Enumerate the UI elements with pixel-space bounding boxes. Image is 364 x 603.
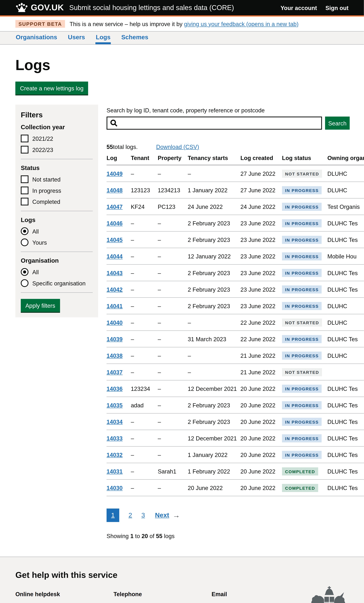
radio-org-specific[interactable]	[21, 279, 28, 287]
col-property: Property	[158, 155, 188, 165]
cell-owning-organisation: DLUHC	[327, 298, 364, 314]
cell-owning-organisation: DLUHC	[327, 165, 364, 182]
nav-item-users[interactable]: Users	[68, 32, 85, 44]
log-id-link[interactable]: 14032	[107, 452, 123, 458]
radio-option-org-specific[interactable]: Specific organisation	[21, 279, 93, 287]
cell-log-created: 22 June 2022	[240, 314, 282, 331]
status-badge: IN PROGRESS	[282, 434, 322, 442]
helpdesk-heading: Online helpdesk	[15, 591, 113, 597]
radio-org-all[interactable]	[21, 268, 28, 276]
search-label: Search by log ID, tenant code, property …	[107, 107, 364, 114]
radio-option-logs-yours[interactable]: Yours	[21, 239, 93, 246]
status-badge: COMPLETED	[282, 467, 318, 475]
log-id-link[interactable]: 14040	[107, 319, 123, 326]
apply-filters-button[interactable]: Apply filters	[21, 299, 60, 312]
checkbox-in-progress[interactable]	[21, 186, 28, 194]
pagination-page-3[interactable]: 3	[141, 511, 145, 519]
table-row: 14041––2 February 202323 June 2022IN PRO…	[107, 298, 364, 314]
cell-log-created: 23 June 2022	[240, 248, 282, 265]
cell-tenancy-starts: 31 March 2023	[188, 331, 240, 347]
filters-heading: Filters	[21, 111, 93, 119]
table-row: 14034––2 February 202320 June 2022IN PRO…	[107, 413, 364, 430]
pagination-next[interactable]: Next	[155, 511, 169, 519]
log-id-link[interactable]: 14035	[107, 402, 123, 409]
cell-log-created: 20 June 2022	[240, 463, 282, 480]
status-badge: IN PROGRESS	[282, 335, 322, 343]
radio-logs-yours[interactable]	[21, 239, 28, 246]
download-csv-link[interactable]: Download (CSV)	[156, 143, 199, 150]
search-input[interactable]	[107, 117, 322, 130]
cell-log-created: 20 June 2022	[240, 413, 282, 430]
log-id-link[interactable]: 14047	[107, 204, 123, 210]
cell-tenant: –	[131, 281, 158, 298]
checkbox-2021-22[interactable]	[21, 135, 28, 142]
create-lettings-log-button[interactable]: Create a new lettings log	[15, 81, 88, 95]
cell-tenant: –	[131, 480, 158, 496]
status-badge: IN PROGRESS	[282, 236, 322, 244]
cell-owning-organisation: DLUHC	[327, 314, 364, 331]
cell-log-created: 23 June 2022	[240, 265, 282, 281]
cell-tenancy-starts: 1 February 2022	[188, 463, 240, 480]
cell-property: –	[158, 347, 188, 364]
checkbox-not-started[interactable]	[21, 175, 28, 183]
log-id-link[interactable]: 14044	[107, 253, 123, 260]
log-id-link[interactable]: 14036	[107, 385, 123, 392]
core-helpdesk-link[interactable]: CORE helpdesk (opens in a new tab)	[15, 602, 98, 603]
status-badge: NOT STARTED	[282, 318, 322, 326]
showing-from: 1	[130, 533, 133, 539]
checkbox-option-in-progress[interactable]: In progress	[21, 186, 93, 194]
radio-option-org-all[interactable]: All	[21, 268, 93, 276]
cell-property: –	[158, 314, 188, 331]
log-id-link[interactable]: 14041	[107, 303, 123, 309]
checkbox-option-not-started[interactable]: Not started	[21, 175, 93, 183]
log-id-link[interactable]: 14042	[107, 286, 123, 293]
cell-log-created: 21 June 2022	[240, 364, 282, 380]
pagination: 1 2 3 Next →	[107, 509, 364, 522]
log-id-link[interactable]: 14049	[107, 171, 123, 177]
table-row: 14036123234–12 December 202120 June 2022…	[107, 380, 364, 397]
nav-item-schemes[interactable]: Schemes	[121, 32, 149, 44]
search-button[interactable]: Search	[325, 117, 350, 130]
checkbox-2022-23[interactable]	[21, 146, 28, 153]
radio-label: All	[32, 228, 39, 234]
cell-tenancy-starts: 20 June 2022	[188, 480, 240, 496]
log-id-link[interactable]: 14034	[107, 418, 123, 425]
log-id-link[interactable]: 14046	[107, 220, 123, 227]
log-id-link[interactable]: 14030	[107, 485, 123, 491]
status-badge: IN PROGRESS	[282, 252, 322, 260]
sign-out-link[interactable]: Sign out	[326, 4, 349, 11]
nav-item-logs[interactable]: Logs	[95, 32, 111, 44]
showing-summary: Showing 1 to 20 of 55 logs	[107, 533, 364, 539]
radio-option-logs-all[interactable]: All	[21, 227, 93, 235]
log-id-link[interactable]: 14043	[107, 270, 123, 276]
log-id-link[interactable]: 14045	[107, 237, 123, 243]
cell-property: –	[158, 446, 188, 463]
email-link[interactable]: dluhc.digital-services@levellingup.gov.u…	[211, 602, 302, 603]
log-id-link[interactable]: 14038	[107, 352, 123, 359]
log-id-link[interactable]: 14033	[107, 435, 123, 442]
checkbox-option-completed[interactable]: Completed	[21, 198, 93, 206]
pagination-page-2[interactable]: 2	[129, 511, 132, 519]
logs-table: Log Tenant Property Tenancy starts Log c…	[107, 155, 364, 496]
cell-tenancy-starts: 2 February 2023	[188, 215, 240, 232]
log-id-link[interactable]: 14048	[107, 187, 123, 194]
your-account-link[interactable]: Your account	[281, 4, 317, 11]
feedback-link[interactable]: giving us your feedback (opens in a new …	[184, 21, 298, 27]
govuk-logotype[interactable]: GOV.UK	[31, 3, 64, 13]
checkbox-completed[interactable]	[21, 198, 28, 206]
checkbox-option-2022-23[interactable]: 2022/23	[21, 146, 93, 153]
nav-item-organisations[interactable]: Organisations	[15, 32, 58, 44]
radio-logs-all[interactable]	[21, 227, 28, 235]
cell-log-created: 27 June 2022	[240, 182, 282, 198]
footer-heading: Get help with this service	[15, 570, 349, 580]
checkbox-option-2021-22[interactable]: 2021/22	[21, 135, 93, 142]
log-id-link[interactable]: 14037	[107, 369, 123, 375]
footer: Get help with this service Online helpde…	[0, 557, 364, 603]
cell-tenancy-starts: 12 January 2022	[188, 248, 240, 265]
service-name-link[interactable]: Submit social housing lettings and sales…	[69, 4, 234, 12]
pagination-page-1-current[interactable]: 1	[107, 509, 119, 522]
log-id-link[interactable]: 14039	[107, 336, 123, 342]
royal-coat-of-arms	[310, 585, 349, 603]
log-id-link[interactable]: 14031	[107, 468, 123, 475]
cell-tenant: –	[131, 215, 158, 232]
